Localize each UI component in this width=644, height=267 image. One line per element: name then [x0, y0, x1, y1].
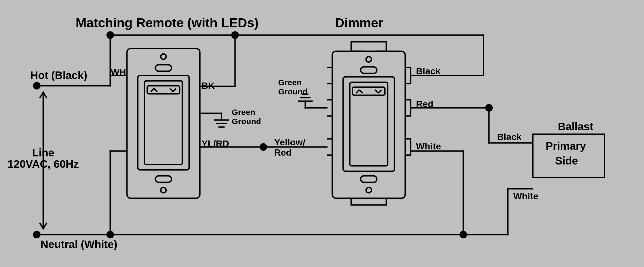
wiring-diagram: Matching Remote (with LEDs) Dimmer Hot (… — [0, 0, 644, 267]
dimmer-device — [0, 0, 644, 267]
